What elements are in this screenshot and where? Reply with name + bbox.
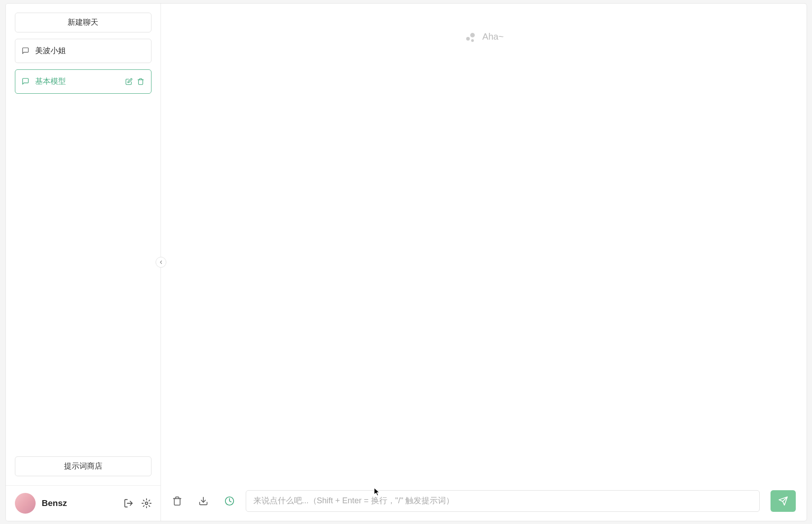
sidebar-bottom: 提示词商店 [6, 447, 161, 485]
new-chat-label: 新建聊天 [68, 17, 98, 27]
message-icon [22, 47, 30, 55]
chat-input[interactable] [253, 496, 752, 506]
clear-icon[interactable] [172, 496, 183, 506]
user-bar: Bensz [6, 485, 161, 521]
main-content: Aha~ [161, 4, 807, 521]
app-window: 新建聊天 美波小姐 基本模型 [5, 3, 807, 521]
chat-item-actions [125, 77, 145, 86]
chat-area: Aha~ [161, 4, 807, 481]
user-actions [124, 498, 151, 508]
sidebar-chat-list: 新建聊天 美波小姐 基本模型 [6, 4, 161, 447]
send-button[interactable] [771, 490, 796, 512]
input-wrapper [246, 490, 760, 512]
username: Bensz [42, 498, 117, 508]
chat-item-active[interactable]: 基本模型 [15, 69, 151, 94]
footer-bar [161, 481, 807, 521]
sidebar: 新建聊天 美波小姐 基本模型 [6, 4, 161, 521]
svg-point-2 [466, 37, 470, 41]
sidebar-collapse-button[interactable] [156, 257, 166, 268]
svg-point-1 [145, 502, 148, 505]
prompt-store-label: 提示词商店 [64, 461, 102, 471]
chat-item-label: 美波小姐 [35, 46, 145, 56]
download-icon[interactable] [198, 496, 209, 506]
edit-icon[interactable] [125, 77, 133, 86]
settings-icon[interactable] [142, 498, 151, 508]
prompt-store-button[interactable]: 提示词商店 [15, 456, 151, 476]
new-chat-button[interactable]: 新建聊天 [15, 13, 151, 32]
chat-item-label: 基本模型 [35, 76, 119, 87]
avatar[interactable] [15, 493, 36, 514]
logout-icon[interactable] [124, 498, 133, 508]
context-icon[interactable] [224, 496, 235, 506]
loading-dots-icon [463, 31, 476, 43]
loading-text: Aha~ [482, 32, 504, 42]
message-icon [22, 77, 30, 86]
chat-item[interactable]: 美波小姐 [15, 39, 151, 63]
footer-actions [172, 496, 235, 506]
svg-point-3 [470, 33, 475, 37]
delete-icon[interactable] [137, 77, 145, 86]
svg-point-4 [471, 39, 474, 42]
loading-indicator: Aha~ [463, 31, 504, 43]
